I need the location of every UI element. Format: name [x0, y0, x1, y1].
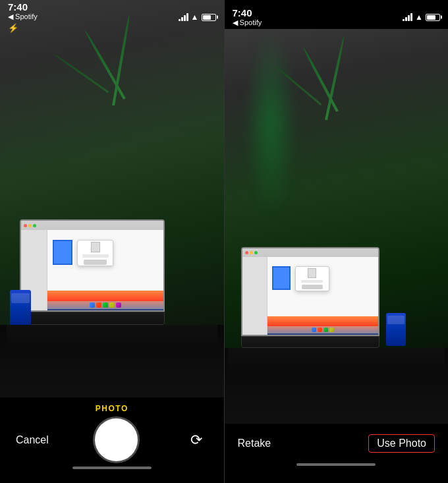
cancel-button[interactable]: Cancel: [16, 434, 49, 446]
camera-bg-left: [0, 0, 224, 397]
after-photo-controls: Retake Use Photo: [225, 424, 449, 483]
right-signal-bar-4: [410, 13, 412, 21]
home-indicator-right: [296, 463, 376, 466]
right-wifi-icon: ▲: [415, 13, 423, 22]
dialog-btn-right: [302, 285, 323, 289]
dock-icon-2: [96, 302, 101, 308]
use-photo-button[interactable]: Use Photo: [368, 434, 435, 453]
menu-dot-yellow-r: [250, 251, 253, 254]
dock-icon-r4: [329, 327, 334, 332]
laptop-menubar-right: [242, 248, 378, 257]
dialog-left: [77, 240, 113, 266]
right-status-left: 7:40 ◀ Spotify: [233, 8, 262, 27]
left-status-bar: 7:40 ◀ Spotify ⚡ ▲: [0, 0, 224, 29]
laptop-left: [20, 219, 165, 331]
dock-icon-r2: [318, 327, 322, 332]
right-status-right: ▲: [403, 13, 440, 22]
preview-bg-right: [225, 29, 449, 424]
retake-row: Retake Use Photo: [225, 424, 449, 453]
laptop-display-left: [21, 221, 163, 310]
right-back-link[interactable]: ◀ Spotify: [233, 18, 262, 27]
dialog-btn-left: [84, 260, 107, 265]
menu-dot-red: [24, 224, 27, 227]
signal-bar-4: [186, 13, 188, 21]
dock-icon-r3: [323, 327, 328, 332]
keyboard-visible-right: [228, 348, 445, 374]
camera-controls-left: PHOTO Cancel ⟳: [0, 397, 224, 483]
right-signal-bar-1: [403, 19, 405, 21]
menu-dot-red-r: [245, 251, 248, 254]
pokemon-can-left: [10, 290, 31, 326]
laptop-keyboard-right: [241, 336, 379, 348]
laptop-menubar-left: [21, 221, 163, 230]
left-status-right: ▲: [179, 13, 216, 22]
signal-bar-1: [179, 19, 181, 21]
retake-button[interactable]: Retake: [238, 438, 271, 449]
laptop-keyboard-left: [20, 312, 165, 325]
laptop-content-right: [242, 257, 378, 335]
shutter-inner: [98, 422, 135, 459]
laptop-screen-right: [241, 247, 379, 336]
camera-viewfinder-left: [0, 0, 224, 397]
dialog-text-right: [301, 280, 323, 283]
right-phone-screen: 7:40 ◀ Spotify ▲: [225, 0, 449, 483]
dock-icon-1: [90, 302, 95, 308]
can-label-right: [387, 316, 405, 324]
dock-icon-r1: [312, 327, 316, 332]
menu-dot-yellow: [28, 224, 32, 227]
laptop-display-right: [242, 248, 378, 335]
right-signal-bars-icon: [403, 13, 412, 21]
right-top-bar: 7:40 ◀ Spotify ▲: [225, 0, 449, 29]
dock-icon-5: [116, 302, 121, 308]
laptop-screen-left: [20, 219, 165, 312]
laptop-dock-right: [267, 326, 378, 333]
blue-rect-left: [53, 240, 72, 265]
laptop-content-left: [21, 230, 163, 310]
left-status-left: 7:40 ◀ Spotify ⚡: [8, 2, 38, 33]
dialog-text-sim: [82, 254, 109, 258]
flip-camera-button[interactable]: ⟳: [184, 428, 208, 452]
flip-camera-icon: ⟳: [190, 432, 202, 449]
controls-row-left: Cancel ⟳: [0, 418, 224, 461]
green-glow-right: [244, 29, 297, 213]
can-label: [11, 293, 30, 303]
right-signal-bar-2: [405, 17, 407, 21]
laptop-main-left: [47, 230, 163, 310]
signal-bar-3: [184, 15, 186, 21]
dock-icon-4: [109, 302, 115, 308]
pokemon-can-right: [386, 313, 406, 346]
right-signal-bar-3: [408, 15, 410, 21]
laptop-sidebar-right: [242, 257, 267, 335]
blue-rect-right: [272, 266, 291, 290]
dock-icon-3: [103, 302, 108, 308]
flash-icon: ⚡: [8, 23, 38, 33]
left-back-link[interactable]: ◀ Spotify: [8, 13, 38, 21]
laptop-right: [241, 247, 379, 348]
dialog-icon-right: [308, 268, 316, 278]
right-status-bar: 7:40 ◀ Spotify ▲: [225, 0, 449, 29]
dialog-icon-left: [91, 242, 100, 252]
wifi-icon: ▲: [191, 13, 199, 22]
menu-dot-green-r: [254, 251, 258, 254]
shutter-button[interactable]: [95, 418, 138, 461]
left-time: 7:40: [8, 2, 38, 12]
right-battery-icon: [426, 14, 440, 21]
signal-bars-icon: [179, 13, 188, 21]
left-phone-screen: 7:40 ◀ Spotify ⚡ ▲: [0, 0, 224, 483]
menu-dot-green: [33, 224, 36, 227]
keyboard-visible-left: [7, 325, 217, 351]
right-time: 7:40: [233, 8, 262, 18]
photo-preview-area: [225, 29, 449, 424]
laptop-main-right: [267, 257, 378, 335]
signal-bar-2: [181, 17, 183, 21]
dialog-right: [295, 266, 329, 291]
home-indicator-left: [72, 467, 152, 469]
photo-label: PHOTO: [96, 404, 128, 413]
battery-icon: [202, 14, 216, 21]
laptop-dock-left: [47, 301, 163, 309]
